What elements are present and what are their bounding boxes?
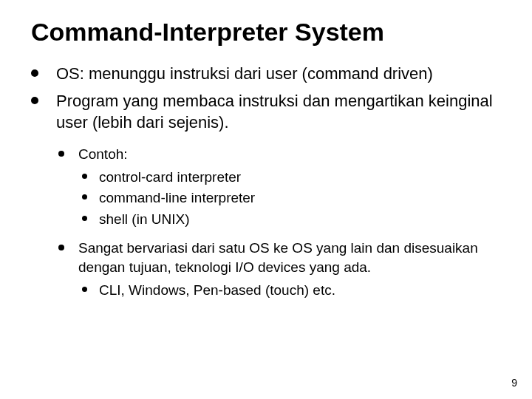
bullet-text: CLI, Windows, Pen-based (touch) etc. [99,282,335,298]
bullet-text: shell (in UNIX) [99,211,189,227]
bullet-list-level3: control-card interpreter command-line in… [78,167,501,231]
page-number: 9 [511,377,517,389]
list-item: OS: menunggu instruksi dari user (comman… [31,63,501,84]
list-item: command-line interpreter [78,188,501,209]
bullet-list-level2: Contoh: control-card interpreter command… [56,145,501,301]
list-item: Sangat bervariasi dari satu OS ke OS yan… [56,239,501,301]
bullet-list-level4: CLI, Windows, Pen-based (touch) etc. [78,280,501,301]
bullet-text: Sangat bervariasi dari satu OS ke OS yan… [78,240,478,275]
bullet-text: Contoh: [78,146,128,162]
list-item: Program yang membaca instruksi dan menga… [31,90,501,301]
list-item: control-card interpreter [78,167,501,188]
bullet-text: OS: menunggu instruksi dari user (comman… [56,64,433,83]
bullet-text: Program yang membaca instruksi dan menga… [56,92,493,132]
list-item: Contoh: control-card interpreter command… [56,145,501,230]
slide-title: Command-Interpreter System [31,18,501,47]
bullet-text: command-line interpreter [99,190,255,205]
bullet-list-level1: OS: menunggu instruksi dari user (comman… [31,63,501,301]
slide: Command-Interpreter System OS: menunggu … [0,0,532,399]
list-item: shell (in UNIX) [78,209,501,231]
list-item: CLI, Windows, Pen-based (touch) etc. [78,280,501,301]
bullet-text: control-card interpreter [99,169,241,185]
